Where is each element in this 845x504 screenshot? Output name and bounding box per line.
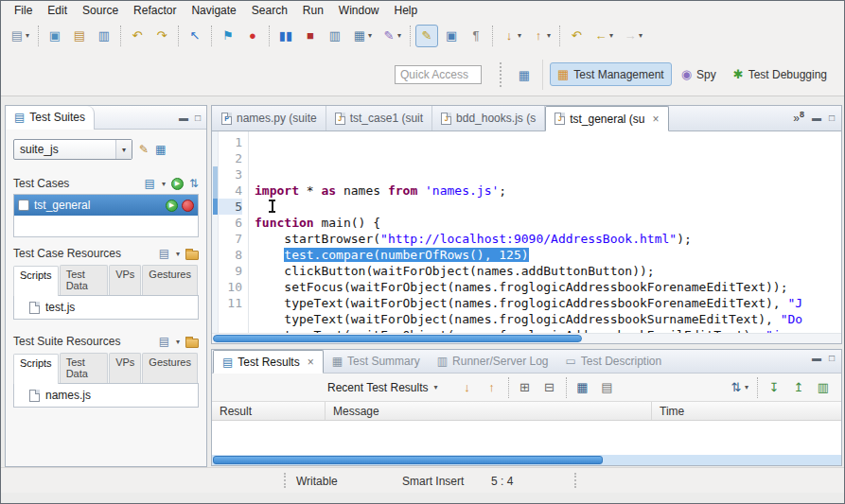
run-test-suite-icon[interactable]: ▶ [171,178,184,190]
editor-overflow-icon[interactable]: »8 [793,110,804,125]
editor-tab-tst-case1-suit[interactable]: Jtst_case1 (suit [326,106,432,130]
dropdown-caret-icon[interactable]: ▾ [176,338,180,346]
line-number[interactable]: 2 [219,150,242,166]
menu-run[interactable]: Run [295,2,331,19]
run-test-case-icon[interactable]: ▶ [166,200,178,212]
line-number[interactable]: 10 [219,279,242,295]
save-all-button[interactable]: ▥ [93,25,115,47]
code-line[interactable] [255,199,841,215]
open-test-suite-button[interactable]: ▤ [68,25,91,47]
editor-hscrollbar[interactable] [212,333,841,343]
code-line[interactable]: function main() { [255,215,841,231]
close-tab-icon[interactable]: × [653,113,660,126]
result-history-button[interactable]: ▤ [596,376,619,399]
minimize-view-icon[interactable]: ▬ [179,113,188,123]
jump-to-next-result-button[interactable]: ↓ [456,376,479,399]
compare-results-button[interactable]: ▦ [572,376,594,399]
code-area[interactable]: import * as names from 'names.js';functi… [249,131,841,333]
view-tab-test-summary[interactable]: ▦Test Summary [324,350,429,373]
minimize-results-icon[interactable]: ▬ [812,353,821,363]
resource-tab-scripts[interactable]: Scripts [13,266,59,296]
object-picker-button[interactable]: ↖ [184,25,206,47]
resource-tab-scripts[interactable]: Scripts [13,354,59,384]
quick-actions-button[interactable]: ✎▾ [378,25,405,47]
editor-ruler[interactable] [212,131,219,333]
results-table-body[interactable] [212,421,841,455]
menu-search[interactable]: Search [244,2,295,19]
code-line[interactable]: test.compare(numberOfRows(), 125) [255,247,841,263]
test-case-row-tst-general[interactable]: tst_general▶ [14,195,198,216]
menu-refactor[interactable]: Refactor [126,2,184,19]
line-number[interactable]: 3 [219,166,242,182]
editor-gutter[interactable]: 1234567891011 [219,131,249,333]
line-number[interactable]: 8 [219,247,242,263]
new-resource-icon[interactable]: ▤ [159,248,169,259]
new-wizard-button[interactable]: ▤▾ [6,25,33,47]
previous-annotation-button[interactable]: ↑▾ [527,25,555,47]
undo-button[interactable]: ↶ [126,25,149,47]
recent-results-dropdown[interactable]: Recent Test Results ▾ [322,378,444,397]
new-bdd-test-case-icon[interactable]: ▤ [145,178,155,189]
new-test-case-button[interactable]: ▣ [44,25,66,47]
back-history-button[interactable]: ←▾ [590,25,617,47]
open-folder-icon[interactable] [185,251,199,260]
record-test-button[interactable]: ● [241,25,264,47]
editor-tab-tst-general-su[interactable]: Jtst_general (su× [545,106,668,131]
line-number[interactable]: 1 [219,134,242,150]
column-message[interactable]: Message [326,402,652,420]
code-line[interactable]: import * as names from 'names.js'; [255,182,841,199]
line-number[interactable]: 4 [219,182,242,199]
code-line[interactable]: typeText(waitForObject(names.froglogicAd… [255,295,841,311]
resource-tab-gestures[interactable]: Gestures [142,265,198,295]
perspective-test-debugging[interactable]: ✱Test Debugging [726,62,835,86]
resource-tab-vps[interactable]: VPs [109,353,141,383]
perspective-spy[interactable]: ◉Spy [674,62,724,86]
insert-verification-point-button[interactable]: ⚑ [217,25,239,47]
resource-tab-gestures[interactable]: Gestures [142,353,198,383]
menu-navigate[interactable]: Navigate [184,2,243,19]
save-report-button[interactable]: ▥ [812,376,835,399]
resource-file-names-js[interactable]: names.js [14,387,198,402]
perspective-test-management[interactable]: ▦Test Management [550,62,672,86]
close-view-icon[interactable]: × [308,356,314,369]
new-resource-icon[interactable]: ▤ [159,336,169,347]
open-perspective-button[interactable]: ▦ [513,64,536,87]
code-line[interactable]: setFocus(waitForObject(names.froglogicAd… [255,279,841,295]
maximize-results-icon[interactable]: □ [829,353,835,363]
quick-access-input[interactable] [395,65,482,84]
line-number[interactable]: 5 [219,199,242,215]
redo-button[interactable]: ↷ [150,25,173,47]
menu-help[interactable]: Help [387,2,426,19]
test-suites-view-tab[interactable]: ▤ Test Suites [6,106,95,130]
filter-results-button[interactable]: ⇅▾ [725,376,752,399]
line-number[interactable]: 6 [219,215,242,231]
view-tab-test-results[interactable]: ▤Test Results× [213,350,324,374]
resource-tab-vps[interactable]: VPs [109,265,141,295]
export-report-button[interactable]: ↧ [763,376,785,399]
dropdown-caret-icon[interactable]: ▾ [162,180,166,188]
menu-file[interactable]: File [7,2,40,19]
view-tab-test-description[interactable]: ▭Test Description [556,350,670,373]
menu-window[interactable]: Window [331,2,387,19]
menu-source[interactable]: Source [75,2,126,19]
test-case-checkbox[interactable] [18,200,29,211]
hscrollbar-thumb[interactable] [213,335,582,342]
suite-selector[interactable]: suite_js ▾ [13,139,132,160]
object-map-icon[interactable]: ▦ [155,144,166,155]
resource-file-test-js[interactable]: test.js [14,299,198,314]
collapse-all-button[interactable]: ⊟ [538,376,561,399]
record-test-case-icon[interactable] [182,200,194,212]
forward-history-button[interactable]: →▾ [619,25,646,47]
code-line[interactable]: clickButton(waitForObject(names.addButto… [255,263,841,279]
show-whitespace-button[interactable]: ¶ [465,25,487,47]
dropdown-caret-icon[interactable]: ▾ [176,250,180,258]
column-time[interactable]: Time [652,402,841,420]
sort-test-cases-icon[interactable]: ⇅ [189,178,199,189]
code-line[interactable]: typeText(waitForObject(names.froglogicAd… [255,311,841,327]
server-settings-button[interactable]: ▥ [324,25,346,47]
stop-aut-button[interactable]: ■ [299,25,322,47]
resource-tab-test-data[interactable]: Test Data [60,265,109,295]
jump-to-previous-result-button[interactable]: ↑ [481,376,503,399]
maximize-view-icon[interactable]: □ [195,113,201,123]
edit-suite-settings-icon[interactable]: ✎ [139,144,149,155]
